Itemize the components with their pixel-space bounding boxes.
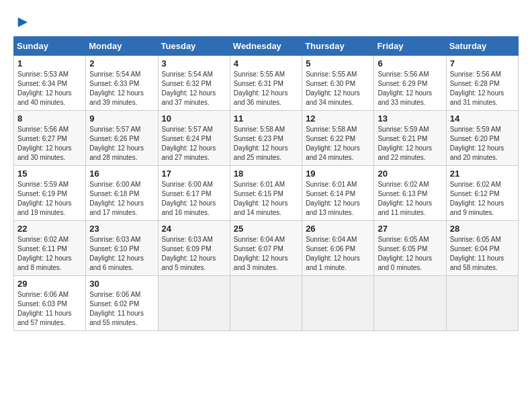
calendar-cell: 14Sunrise: 5:59 AM Sunset: 6:20 PM Dayli… (446, 111, 518, 166)
day-info: Sunrise: 5:58 AM Sunset: 6:23 PM Dayligh… (234, 125, 298, 163)
day-number: 29 (17, 279, 82, 289)
calendar-cell: 24Sunrise: 6:03 AM Sunset: 6:09 PM Dayli… (158, 221, 230, 276)
weekday-header-thursday: Thursday (302, 37, 374, 56)
calendar-cell: 21Sunrise: 6:02 AM Sunset: 6:12 PM Dayli… (446, 166, 518, 221)
day-info: Sunrise: 6:03 AM Sunset: 6:10 PM Dayligh… (89, 235, 154, 273)
weekday-header-sunday: Sunday (14, 37, 86, 56)
day-info: Sunrise: 6:02 AM Sunset: 6:11 PM Dayligh… (17, 235, 82, 273)
calendar-cell (230, 276, 302, 331)
calendar-week-3: 22Sunrise: 6:02 AM Sunset: 6:11 PM Dayli… (14, 221, 519, 276)
calendar-cell (302, 276, 374, 331)
day-info: Sunrise: 6:00 AM Sunset: 6:17 PM Dayligh… (162, 180, 226, 218)
day-info: Sunrise: 5:59 AM Sunset: 6:21 PM Dayligh… (378, 125, 442, 163)
day-info: Sunrise: 6:02 AM Sunset: 6:13 PM Dayligh… (378, 180, 442, 218)
day-info: Sunrise: 5:57 AM Sunset: 6:24 PM Dayligh… (162, 125, 226, 163)
day-info: Sunrise: 5:55 AM Sunset: 6:30 PM Dayligh… (306, 70, 370, 107)
day-number: 16 (89, 169, 154, 179)
calendar-cell (446, 276, 518, 331)
day-info: Sunrise: 6:01 AM Sunset: 6:14 PM Dayligh… (306, 180, 370, 218)
day-number: 10 (162, 113, 226, 124)
calendar-cell: 17Sunrise: 6:00 AM Sunset: 6:17 PM Dayli… (158, 166, 230, 221)
calendar-cell: 26Sunrise: 6:04 AM Sunset: 6:06 PM Dayli… (302, 221, 374, 276)
calendar-cell: 1Sunrise: 5:53 AM Sunset: 6:34 PM Daylig… (14, 56, 86, 111)
calendar-cell: 5Sunrise: 5:55 AM Sunset: 6:30 PM Daylig… (302, 56, 374, 111)
day-number: 26 (306, 224, 370, 234)
calendar-cell: 9Sunrise: 5:57 AM Sunset: 6:26 PM Daylig… (86, 111, 158, 166)
calendar-cell: 11Sunrise: 5:58 AM Sunset: 6:23 PM Dayli… (230, 111, 302, 166)
day-info: Sunrise: 6:01 AM Sunset: 6:15 PM Dayligh… (234, 180, 298, 218)
calendar-cell: 2Sunrise: 5:54 AM Sunset: 6:33 PM Daylig… (86, 56, 158, 111)
day-number: 8 (17, 113, 82, 124)
day-number: 19 (306, 169, 370, 179)
calendar-cell: 13Sunrise: 5:59 AM Sunset: 6:21 PM Dayli… (374, 111, 446, 166)
calendar-cell: 23Sunrise: 6:03 AM Sunset: 6:10 PM Dayli… (86, 221, 158, 276)
calendar-cell: 27Sunrise: 6:05 AM Sunset: 6:05 PM Dayli… (374, 221, 446, 276)
day-number: 9 (89, 113, 154, 124)
day-number: 12 (306, 113, 370, 124)
calendar-week-0: 1Sunrise: 5:53 AM Sunset: 6:34 PM Daylig… (14, 56, 519, 111)
calendar-cell: 20Sunrise: 6:02 AM Sunset: 6:13 PM Dayli… (374, 166, 446, 221)
day-number: 15 (17, 169, 82, 179)
day-number: 21 (450, 169, 515, 179)
day-info: Sunrise: 5:58 AM Sunset: 6:22 PM Dayligh… (306, 125, 370, 163)
day-number: 30 (89, 279, 154, 289)
calendar-cell: 7Sunrise: 5:56 AM Sunset: 6:28 PM Daylig… (446, 56, 518, 111)
day-info: Sunrise: 5:57 AM Sunset: 6:26 PM Dayligh… (89, 125, 154, 163)
calendar-cell (158, 276, 230, 331)
calendar-cell: 3Sunrise: 5:54 AM Sunset: 6:32 PM Daylig… (158, 56, 230, 111)
day-info: Sunrise: 6:02 AM Sunset: 6:12 PM Dayligh… (450, 180, 515, 218)
calendar-cell: 12Sunrise: 5:58 AM Sunset: 6:22 PM Dayli… (302, 111, 374, 166)
day-info: Sunrise: 5:55 AM Sunset: 6:31 PM Dayligh… (234, 70, 298, 107)
calendar-cell: 30Sunrise: 6:06 AM Sunset: 6:02 PM Dayli… (86, 276, 158, 331)
day-number: 23 (89, 224, 154, 234)
logo: ► (13, 13, 31, 30)
day-info: Sunrise: 6:03 AM Sunset: 6:09 PM Dayligh… (162, 235, 226, 273)
calendar-cell: 18Sunrise: 6:01 AM Sunset: 6:15 PM Dayli… (230, 166, 302, 221)
weekday-header-wednesday: Wednesday (230, 37, 302, 56)
calendar-week-1: 8Sunrise: 5:56 AM Sunset: 6:27 PM Daylig… (14, 111, 519, 166)
calendar-cell: 22Sunrise: 6:02 AM Sunset: 6:11 PM Dayli… (14, 221, 86, 276)
calendar-week-4: 29Sunrise: 6:06 AM Sunset: 6:03 PM Dayli… (14, 276, 519, 331)
day-info: Sunrise: 6:05 AM Sunset: 6:04 PM Dayligh… (450, 235, 515, 273)
day-number: 4 (234, 58, 298, 68)
weekday-header-tuesday: Tuesday (158, 37, 230, 56)
day-number: 2 (89, 58, 154, 68)
calendar-cell: 15Sunrise: 5:59 AM Sunset: 6:19 PM Dayli… (14, 166, 86, 221)
day-number: 20 (378, 169, 442, 179)
day-number: 25 (234, 224, 298, 234)
calendar-cell: 25Sunrise: 6:04 AM Sunset: 6:07 PM Dayli… (230, 221, 302, 276)
calendar-cell: 6Sunrise: 5:56 AM Sunset: 6:29 PM Daylig… (374, 56, 446, 111)
day-number: 24 (162, 224, 226, 234)
logo-bird-icon: ► (15, 13, 31, 30)
day-info: Sunrise: 6:00 AM Sunset: 6:18 PM Dayligh… (89, 180, 154, 218)
calendar-cell: 8Sunrise: 5:56 AM Sunset: 6:27 PM Daylig… (14, 111, 86, 166)
day-number: 22 (17, 224, 82, 234)
calendar-header: SundayMondayTuesdayWednesdayThursdayFrid… (14, 37, 519, 56)
day-number: 27 (378, 224, 442, 234)
weekday-header-monday: Monday (86, 37, 158, 56)
day-number: 5 (306, 58, 370, 68)
calendar-week-2: 15Sunrise: 5:59 AM Sunset: 6:19 PM Dayli… (14, 166, 519, 221)
day-number: 3 (162, 58, 226, 68)
day-number: 11 (234, 113, 298, 124)
weekday-header-friday: Friday (374, 37, 446, 56)
weekday-header-saturday: Saturday (446, 37, 518, 56)
day-number: 14 (450, 113, 515, 124)
calendar-cell: 28Sunrise: 6:05 AM Sunset: 6:04 PM Dayli… (446, 221, 518, 276)
calendar-cell: 10Sunrise: 5:57 AM Sunset: 6:24 PM Dayli… (158, 111, 230, 166)
day-number: 1 (17, 58, 82, 68)
weekday-header-row: SundayMondayTuesdayWednesdayThursdayFrid… (14, 37, 519, 56)
calendar-cell: 4Sunrise: 5:55 AM Sunset: 6:31 PM Daylig… (230, 56, 302, 111)
calendar-body: 1Sunrise: 5:53 AM Sunset: 6:34 PM Daylig… (14, 56, 519, 331)
day-info: Sunrise: 5:53 AM Sunset: 6:34 PM Dayligh… (17, 70, 82, 107)
day-number: 28 (450, 224, 515, 234)
calendar-table: SundayMondayTuesdayWednesdayThursdayFrid… (13, 36, 519, 331)
day-info: Sunrise: 5:59 AM Sunset: 6:20 PM Dayligh… (450, 125, 515, 163)
day-info: Sunrise: 6:04 AM Sunset: 6:06 PM Dayligh… (306, 235, 370, 273)
day-info: Sunrise: 5:56 AM Sunset: 6:29 PM Dayligh… (378, 70, 442, 107)
day-number: 13 (378, 113, 442, 124)
day-info: Sunrise: 6:06 AM Sunset: 6:02 PM Dayligh… (89, 290, 154, 328)
day-number: 17 (162, 169, 226, 179)
day-info: Sunrise: 6:05 AM Sunset: 6:05 PM Dayligh… (378, 235, 442, 273)
calendar-cell: 16Sunrise: 6:00 AM Sunset: 6:18 PM Dayli… (86, 166, 158, 221)
